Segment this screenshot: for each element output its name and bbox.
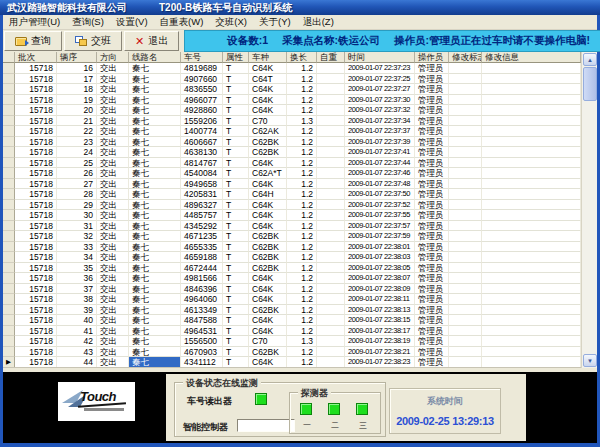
cell[interactable]: 41 bbox=[57, 326, 97, 337]
cell[interactable]: 2009-01-07 22:37:46 bbox=[345, 168, 415, 179]
cell[interactable]: 秦七 bbox=[129, 315, 181, 326]
cell[interactable]: 15718 bbox=[15, 326, 57, 337]
cell[interactable]: 42 bbox=[57, 336, 97, 347]
cell[interactable]: 交出 bbox=[97, 231, 129, 242]
table-row[interactable]: 1571835交出秦七4672444TC62BK1.22009-01-07 22… bbox=[3, 263, 581, 274]
cell[interactable] bbox=[449, 273, 482, 284]
cell[interactable]: 1556500 bbox=[181, 336, 223, 347]
cell[interactable] bbox=[449, 231, 482, 242]
cell[interactable]: 2009-01-07 22:37:23 bbox=[345, 63, 415, 74]
cell[interactable]: 1.2 bbox=[287, 189, 317, 200]
table-row[interactable]: 1571832交出秦七4671235TC62BK1.22009-01-07 22… bbox=[3, 231, 581, 242]
cell[interactable]: 2009-01-07 22:38:13 bbox=[345, 305, 415, 316]
cell[interactable] bbox=[449, 105, 482, 116]
cell[interactable]: 管理员 bbox=[415, 221, 449, 232]
cell[interactable] bbox=[482, 221, 581, 232]
cell[interactable]: C62BK bbox=[249, 305, 287, 316]
cell[interactable]: T bbox=[223, 336, 249, 347]
cell[interactable]: 1.2 bbox=[287, 84, 317, 95]
cell[interactable]: 管理员 bbox=[415, 284, 449, 295]
cell[interactable] bbox=[449, 126, 482, 137]
table-row[interactable]: 1571841交出秦七4964531TC64K1.22009-01-07 22:… bbox=[3, 326, 581, 337]
cell[interactable]: 29 bbox=[57, 200, 97, 211]
cell[interactable]: 2009-01-07 22:38:09 bbox=[345, 284, 415, 295]
cell[interactable]: 34 bbox=[57, 252, 97, 263]
cell[interactable]: 15718 bbox=[15, 105, 57, 116]
cell[interactable]: 1.2 bbox=[287, 95, 317, 106]
cell[interactable]: 15718 bbox=[15, 116, 57, 127]
column-header[interactable] bbox=[3, 52, 15, 63]
cell[interactable]: 15718 bbox=[15, 210, 57, 221]
cell[interactable] bbox=[317, 116, 345, 127]
cell[interactable]: 1.2 bbox=[287, 263, 317, 274]
cell[interactable]: 管理员 bbox=[415, 95, 449, 106]
cell[interactable]: 2009-01-07 22:37:34 bbox=[345, 116, 415, 127]
cell[interactable]: 管理员 bbox=[415, 273, 449, 284]
cell[interactable] bbox=[482, 315, 581, 326]
cell[interactable]: 秦七 bbox=[129, 284, 181, 295]
cell[interactable] bbox=[449, 326, 482, 337]
cell[interactable]: 管理员 bbox=[415, 63, 449, 74]
cell[interactable]: 秦七 bbox=[129, 326, 181, 337]
cell[interactable]: 4964060 bbox=[181, 294, 223, 305]
cell[interactable]: 秦七 bbox=[129, 263, 181, 274]
cell[interactable]: 32 bbox=[57, 231, 97, 242]
cell[interactable]: 37 bbox=[57, 284, 97, 295]
cell[interactable]: 交出 bbox=[97, 273, 129, 284]
cell[interactable]: 2009-01-07 22:37:41 bbox=[345, 147, 415, 158]
menu-item[interactable]: 交班(X) bbox=[209, 16, 253, 29]
cell[interactable]: 4671235 bbox=[181, 231, 223, 242]
cell[interactable] bbox=[449, 116, 482, 127]
cell[interactable] bbox=[317, 200, 345, 211]
cell[interactable]: 管理员 bbox=[415, 116, 449, 127]
cell[interactable]: 秦七 bbox=[129, 210, 181, 221]
cell[interactable]: 秦七 bbox=[129, 252, 181, 263]
cell[interactable]: 4655335 bbox=[181, 242, 223, 253]
cell[interactable]: 1.2 bbox=[287, 252, 317, 263]
cell[interactable]: 15718 bbox=[15, 137, 57, 148]
column-header[interactable]: 车种 bbox=[249, 52, 287, 63]
cell[interactable]: 交出 bbox=[97, 137, 129, 148]
cell[interactable]: T bbox=[223, 305, 249, 316]
cell[interactable]: T bbox=[223, 168, 249, 179]
cell[interactable]: T bbox=[223, 315, 249, 326]
cell[interactable] bbox=[449, 252, 482, 263]
cell[interactable]: 秦七 bbox=[129, 116, 181, 127]
cell[interactable]: 16 bbox=[57, 63, 97, 74]
cell[interactable] bbox=[482, 347, 581, 358]
table-row[interactable]: 1571823交出秦七4606667TC62BK1.22009-01-07 22… bbox=[3, 137, 581, 148]
column-header[interactable]: 属性 bbox=[223, 52, 249, 63]
cell[interactable]: 交出 bbox=[97, 221, 129, 232]
cell[interactable]: T bbox=[223, 242, 249, 253]
cell[interactable]: 交出 bbox=[97, 200, 129, 211]
cell[interactable]: 1.2 bbox=[287, 200, 317, 211]
scroll-down-button[interactable]: ▼ bbox=[583, 354, 597, 367]
cell[interactable]: 4205831 bbox=[181, 189, 223, 200]
cell[interactable] bbox=[482, 95, 581, 106]
cell[interactable] bbox=[317, 168, 345, 179]
cell[interactable] bbox=[317, 179, 345, 190]
cell[interactable]: 15718 bbox=[15, 263, 57, 274]
cell[interactable]: 15718 bbox=[15, 84, 57, 95]
cell[interactable]: C64K bbox=[249, 210, 287, 221]
cell[interactable]: 管理员 bbox=[415, 263, 449, 274]
cell[interactable]: 4928860 bbox=[181, 105, 223, 116]
cell[interactable]: 15718 bbox=[15, 95, 57, 106]
cell[interactable] bbox=[482, 179, 581, 190]
cell[interactable]: 15718 bbox=[15, 273, 57, 284]
cell[interactable]: 管理员 bbox=[415, 147, 449, 158]
column-header[interactable]: 辆序 bbox=[57, 52, 97, 63]
cell[interactable]: C64K bbox=[249, 315, 287, 326]
cell[interactable] bbox=[317, 252, 345, 263]
cell[interactable]: T bbox=[223, 74, 249, 85]
cell[interactable] bbox=[482, 357, 581, 368]
cell[interactable]: 30 bbox=[57, 210, 97, 221]
cell[interactable]: 2009-01-07 22:37:52 bbox=[345, 200, 415, 211]
cell[interactable]: 4966077 bbox=[181, 95, 223, 106]
cell[interactable]: 1.2 bbox=[287, 326, 317, 337]
cell[interactable]: 33 bbox=[57, 242, 97, 253]
table-row[interactable]: 1571820交出秦七4928860TC64K1.22009-01-07 22:… bbox=[3, 105, 581, 116]
exit-button[interactable]: ✕ 退出 bbox=[124, 31, 179, 51]
cell[interactable]: 管理员 bbox=[415, 357, 449, 368]
cell[interactable]: T bbox=[223, 284, 249, 295]
